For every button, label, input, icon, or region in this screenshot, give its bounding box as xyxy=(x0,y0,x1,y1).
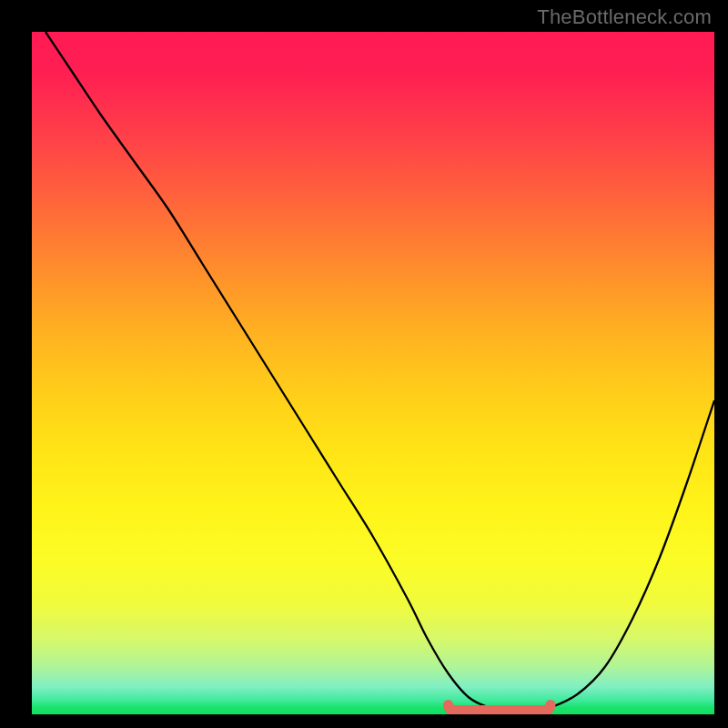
attribution-text: TheBottleneck.com xyxy=(537,5,712,29)
bottleneck-curve xyxy=(46,32,714,713)
optimal-range-marker xyxy=(449,705,551,711)
chart-plot-area xyxy=(32,32,714,714)
chart-svg xyxy=(32,32,714,714)
